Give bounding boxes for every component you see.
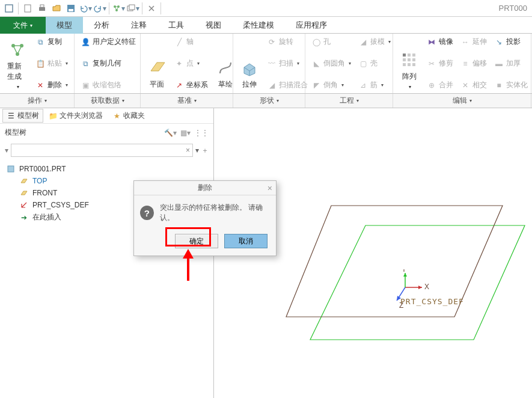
filter-dd[interactable]: ▾ <box>195 146 199 155</box>
dialog-ok-button[interactable]: 确定 <box>175 234 218 248</box>
project-button[interactable]: ↘投影 <box>492 36 530 47</box>
mirror-button[interactable]: ⧓镜像 <box>424 36 456 47</box>
draft-button[interactable]: ◢拔模▾ <box>356 36 393 47</box>
extend-button[interactable]: ↔延伸 <box>458 36 489 47</box>
extend-icon: ↔ <box>460 37 470 47</box>
intersect-button[interactable]: ✕相交 <box>458 79 489 91</box>
print-icon[interactable] <box>35 2 49 15</box>
revolve-icon: ⟳ <box>267 37 277 47</box>
clear-filter-icon[interactable]: × <box>186 146 190 155</box>
ribbon-tabs: 文件 ▾ 模型 分析 注释 工具 视图 柔性建模 应用程序 <box>0 17 532 34</box>
extrude-button[interactable]: 拉伸 <box>237 36 262 91</box>
shrinkwrap-button[interactable]: ▣收缩包络 <box>78 79 138 91</box>
close-icon[interactable] <box>145 2 158 15</box>
paste-button[interactable]: 📋粘贴▾ <box>33 58 70 69</box>
delete-button[interactable]: ✕删除▾ <box>33 79 70 91</box>
trim-button[interactable]: ✂修剪 <box>424 58 456 69</box>
windows-icon[interactable]: ▾ <box>126 2 139 15</box>
intersect-icon: ✕ <box>460 81 470 90</box>
tree-icon: ☰ <box>7 112 15 120</box>
svg-rect-2 <box>39 7 45 11</box>
sidebar-tab-favorites[interactable]: ★收藏夹 <box>108 109 149 123</box>
revolve-button[interactable]: ⟳旋转 <box>264 36 310 47</box>
group-datum[interactable]: 基准▾ <box>141 94 233 108</box>
new-icon[interactable] <box>2 2 16 15</box>
offset-icon: ≡ <box>460 59 470 69</box>
svg-rect-0 <box>5 5 13 12</box>
tab-tools[interactable]: 工具 <box>157 17 195 34</box>
offset-button[interactable]: ≡偏移 <box>458 58 489 69</box>
doc-title: PRT000 <box>499 4 530 13</box>
plane-button[interactable]: 平面 <box>144 36 170 91</box>
draft-icon: ◢ <box>358 37 368 47</box>
group-ops[interactable]: 操作▾ <box>0 94 75 108</box>
quick-access-toolbar: ▾ ▾ ▾ ▾ PRT000 <box>0 0 532 17</box>
blend-button[interactable]: ◢扫描混合 <box>264 79 310 91</box>
save-icon[interactable] <box>64 2 78 15</box>
tab-model[interactable]: 模型 <box>46 17 83 34</box>
group-edit[interactable]: 编辑▾ <box>393 94 531 108</box>
pattern-button[interactable]: 阵列 ▾ <box>397 36 422 91</box>
tree-filter-row: ▾ × ▾ ＋ <box>0 141 213 159</box>
mirror-icon: ⧓ <box>427 37 436 47</box>
tree-tool-1[interactable]: 🔨▾ <box>164 129 177 137</box>
tree-filter-input[interactable]: × <box>11 144 193 157</box>
svg-rect-18 <box>408 58 411 61</box>
group-shape[interactable]: 形状▾ <box>233 94 305 108</box>
plane-icon <box>19 188 29 198</box>
tab-file[interactable]: 文件 ▾ <box>0 17 46 34</box>
tree-tool-3[interactable]: ⋮⋮ <box>194 129 209 137</box>
chamfer-button[interactable]: ◣倒圆角▾ <box>309 58 353 69</box>
tab-analysis[interactable]: 分析 <box>83 17 120 34</box>
copy-geom-button[interactable]: ⧉复制几何 <box>78 58 138 69</box>
dialog-close-icon[interactable]: × <box>268 183 272 193</box>
rib-button[interactable]: ⊿筋▾ <box>356 79 393 91</box>
thicken-button[interactable]: ▬加厚 <box>492 58 530 69</box>
chamfer-icon: ◣ <box>311 59 321 69</box>
user-feature-button[interactable]: 👤用户定义特征 <box>78 36 138 47</box>
tab-view[interactable]: 视图 <box>195 17 232 34</box>
regenerate-button[interactable]: 重新生成 ▾ <box>4 36 31 91</box>
copy-geom-icon: ⧉ <box>81 59 90 69</box>
open-icon[interactable] <box>50 2 63 15</box>
tree-root[interactable]: PRT0001.PRT <box>6 163 207 175</box>
svg-rect-17 <box>403 58 406 61</box>
csys-icon <box>19 200 29 210</box>
merge-button[interactable]: ⊕合并 <box>424 79 456 91</box>
filter-add[interactable]: ＋ <box>201 145 209 156</box>
shrinkwrap-icon: ▣ <box>81 81 90 90</box>
hole-button[interactable]: ◯孔 <box>309 36 353 47</box>
sidebar-tab-model-tree[interactable]: ☰模型树 <box>2 109 43 123</box>
csys-label: PRT_CSYS_DEF <box>400 297 464 306</box>
new-doc-icon[interactable] <box>21 2 34 15</box>
copy-button[interactable]: ⧉复制 <box>33 36 70 47</box>
group-get-data[interactable]: 获取数据▾ <box>75 94 141 108</box>
svg-rect-19 <box>412 58 415 61</box>
tab-apps[interactable]: 应用程序 <box>285 17 338 34</box>
dialog-titlebar[interactable]: 删除 × <box>134 181 276 195</box>
delete-icon: ✕ <box>35 81 45 90</box>
sidebar-tab-folder[interactable]: 📁文件夹浏览器 <box>44 109 107 123</box>
svg-rect-1 <box>25 5 31 12</box>
sweep-button[interactable]: 〰扫描▾ <box>264 58 310 69</box>
tree-tool-2[interactable]: ▦▾ <box>180 129 191 137</box>
axis-button[interactable]: ╱轴 <box>172 36 210 47</box>
csys-button[interactable]: ↗坐标系 <box>172 79 210 91</box>
undo-icon[interactable]: ▾ <box>79 2 92 15</box>
paste-icon: 📋 <box>35 59 45 69</box>
tab-flex[interactable]: 柔性建模 <box>232 17 285 34</box>
group-engr[interactable]: 工程▾ <box>305 94 393 108</box>
project-icon: ↘ <box>494 37 504 47</box>
point-button[interactable]: ✦点▾ <box>172 58 210 69</box>
folder-icon: 📁 <box>49 112 57 120</box>
solidify-button[interactable]: ■实体化 <box>492 79 530 91</box>
dialog-cancel-button[interactable]: 取消 <box>224 234 268 248</box>
round-button[interactable]: ◤倒角▾ <box>309 79 353 91</box>
round-icon: ◤ <box>311 81 321 90</box>
regen-icon[interactable]: ▾ <box>112 2 125 15</box>
tab-annotate[interactable]: 注释 <box>120 17 157 34</box>
funnel-icon[interactable]: ▾ <box>5 146 8 155</box>
redo-icon[interactable]: ▾ <box>93 2 106 15</box>
shell-button[interactable]: ▢壳 <box>356 58 393 69</box>
svg-rect-14 <box>403 54 406 57</box>
